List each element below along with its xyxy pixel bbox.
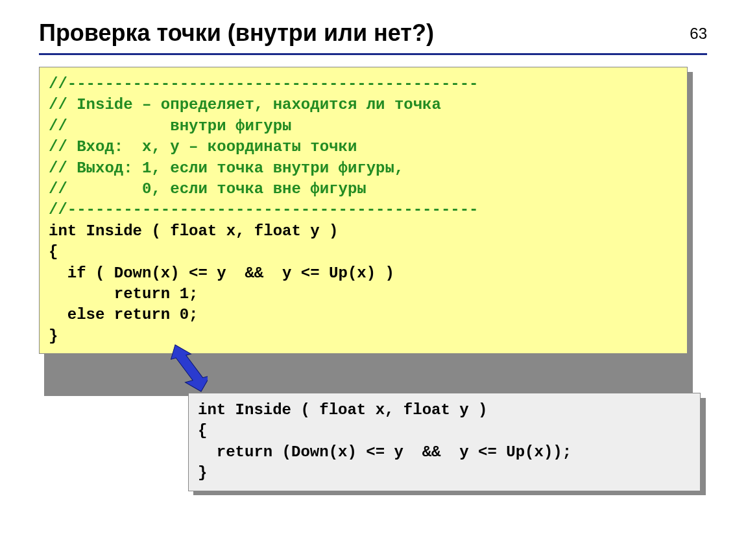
code2-line: { [198,422,207,439]
arrow-holder [39,354,707,393]
code1-line: int Inside ( float x, float y ) [49,222,338,240]
code-block-1: //--------------------------------------… [39,67,688,354]
page-number: 63 [690,25,707,43]
code1-comment-line: // 0, если точка вне фигуры [49,180,367,198]
page-title: Проверка точки (внутри или нет?) [39,19,707,47]
code1-line: return 1; [49,285,198,303]
svg-marker-0 [169,342,208,394]
code-block-1-wrap: //--------------------------------------… [39,67,707,354]
code1-comment-line: // Вход: x, y – координаты точки [49,138,357,156]
code1-comment-line: // Выход: 1, если точка внутри фигуры, [49,159,403,177]
code2-line: int Inside ( float x, float y ) [198,401,487,419]
code1-line: { [49,243,58,261]
code1-comment-line: // Inside – определяет, находится ли точ… [49,96,441,113]
slide: 63 Проверка точки (внутри или нет?) //--… [0,0,746,560]
code1-line: if ( Down(x) <= y && y <= Up(x) ) [49,264,394,282]
code1-line: else return 0; [49,306,198,323]
code-block-2-row: int Inside ( float x, float y ) { return… [39,393,707,491]
title-rule [39,53,707,55]
code-block-2-wrap: int Inside ( float x, float y ) { return… [188,393,701,491]
code2-line: } [198,464,207,482]
code1-comment-line: //--------------------------------------… [49,201,479,218]
double-arrow-icon [169,342,208,394]
code2-line: return (Down(x) <= y && y <= Up(x)); [198,443,572,461]
code1-comment-line: // внутри фигуры [49,117,291,135]
code-block-2: int Inside ( float x, float y ) { return… [188,393,701,491]
code1-line: } [49,327,58,345]
code1-comment-line: //--------------------------------------… [49,75,479,93]
